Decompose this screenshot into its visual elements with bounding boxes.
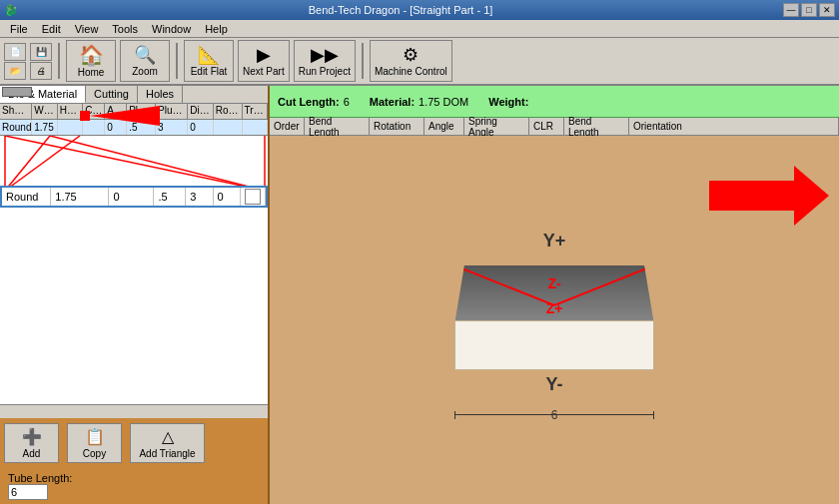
file-buttons: 📄 📂 [4,43,26,80]
tab-cutting[interactable]: Cutting [86,86,138,103]
viz-area: Y+ Z- Z+ Y- 6 [270,136,839,504]
bend-col-rotation: Rotation [370,118,424,135]
col-height: Height [58,104,83,119]
part-light [454,320,654,370]
col-plunge-ang: Plunge Ang [127,104,156,119]
v-lines [454,265,654,325]
menu-edit[interactable]: Edit [36,22,67,36]
separator-2 [176,43,178,79]
tube-length-label: Tube Length: [8,472,260,484]
big-cell-width: 1.75 [51,188,109,206]
bend-col-bend-length-1: Bend Length [305,118,370,135]
toolbar: 📄 📂 💾 🖨 🏠 Home 🔍 Zoom 📐 Edit Flat ▶ Next… [0,38,839,86]
home-button[interactable]: 🏠 Home [66,40,116,82]
right-panel: Cut Length: 6 Material: 1.75 DOM Weight:… [270,86,839,504]
add-button[interactable]: ➕ Add [4,423,59,463]
print-button[interactable]: 🖨 [30,62,52,80]
menu-view[interactable]: View [69,22,105,36]
bend-col-spring-angle: Spring Angle [464,118,529,135]
cell-height-small [58,120,83,135]
die-table-header: Shape Width Height Corner Angle Plunge A… [0,104,268,120]
add-icon: ➕ [22,427,42,446]
material-info: Material: 1.75 DOM [370,96,468,108]
minimize-button[interactable]: — [783,3,799,17]
right-arrow-overlay [709,166,829,226]
col-corner: Corner [83,104,105,119]
copy-icon: 📋 [85,427,105,446]
tabs-row: Die & Material Cutting Holes [0,86,268,104]
info-bar: Cut Length: 6 Material: 1.75 DOM Weight: [270,86,839,118]
cell-travel-small [243,120,268,135]
menu-file[interactable]: File [4,22,34,36]
bend-col-orientation: Orientation [629,118,839,135]
add-label: Add [23,448,41,459]
col-plunge-depth: Plunge Depth [156,104,188,119]
svg-line-3 [5,136,265,191]
y-plus-label: Y+ [543,231,566,252]
open-button[interactable]: 📂 [4,62,26,80]
dim-tick-right [653,411,654,419]
main-content: Die & Material Cutting Holes Shape Width… [0,86,839,504]
big-cell-plunge: .5 [154,188,186,206]
svg-marker-8 [709,166,829,226]
next-part-icon: ▶ [257,46,271,64]
run-project-icon: ▶▶ [311,46,339,64]
close-button[interactable]: ✕ [819,3,835,17]
edit-flat-icon: 📐 [198,46,220,64]
tab-holes[interactable]: Holes [138,86,183,103]
scrollbar-thumb[interactable] [2,87,32,97]
zoom-button[interactable]: 🔍 Zoom [120,40,170,82]
next-part-button[interactable]: ▶ Next Part [238,40,290,82]
zoom-icon: 🔍 [134,46,156,64]
big-row[interactable]: Round 1.75 0 .5 3 0 [0,186,268,208]
cell-rotation-small [214,120,243,135]
z-plus-label: Z+ [546,300,563,316]
menubar: File Edit View Tools Window Help [0,20,839,38]
bend-table-header: Order Bend Length Rotation Angle Spring … [270,118,839,136]
menu-tools[interactable]: Tools [106,22,144,36]
save-button[interactable]: 💾 [30,43,52,61]
checkbox[interactable] [245,189,261,205]
y-minus-label: Y- [545,374,562,395]
z-minus-label: Z- [547,275,560,291]
tube-length-section: Tube Length: [0,468,268,504]
weight-info: Weight: [488,96,532,108]
col-shape: Shape [0,104,32,119]
tube-length-input[interactable] [8,484,48,500]
edit-flat-button[interactable]: 📐 Edit Flat [184,40,234,82]
die-row-small[interactable]: Round 1.75 0 .5 3 0 [0,120,268,136]
material-value: 1.75 DOM [419,96,468,108]
hscrollbar[interactable] [0,404,268,418]
machine-control-button[interactable]: ⚙ Machine Control [370,40,452,82]
left-panel: Die & Material Cutting Holes Shape Width… [0,86,270,504]
add-triangle-button[interactable]: △ Add Triangle [130,423,205,463]
col-rotation: Rotation [214,104,243,119]
titlebar-title: Bend-Tech Dragon - [Straight Part - 1] [309,4,493,16]
part-visualization: Y+ Z- Z+ Y- 6 [405,221,704,420]
big-cell-shape: Round [2,188,51,206]
cut-length-label: Cut Length: [278,96,340,108]
bottom-buttons: ➕ Add 📋 Copy △ Add Triangle [0,418,268,468]
material-label: Material: [370,96,415,108]
new-button[interactable]: 📄 [4,43,26,61]
svg-line-4 [50,136,265,191]
bend-col-order: Order [270,118,305,135]
machine-control-icon: ⚙ [403,46,419,64]
svg-line-2 [5,136,80,191]
next-part-label: Next Part [243,66,285,77]
edit-flat-label: Edit Flat [191,66,228,77]
big-cell-distance: 0 [214,188,241,206]
dim-label: 6 [551,408,558,422]
menu-window[interactable]: Window [146,22,197,36]
bend-col-bend-length-2: Bend Length [564,118,629,135]
cell-plunge-depth-small: 3 [156,120,188,135]
copy-button[interactable]: 📋 Copy [67,423,122,463]
maximize-button[interactable]: □ [801,3,817,17]
dim-tick-left [454,411,455,419]
run-project-button[interactable]: ▶▶ Run Project [294,40,356,82]
col-distance: Distance [188,104,213,119]
menu-help[interactable]: Help [199,22,234,36]
cell-angle-small: 0 [105,120,127,135]
part-dark [454,265,654,325]
bend-col-clr: CLR [529,118,564,135]
